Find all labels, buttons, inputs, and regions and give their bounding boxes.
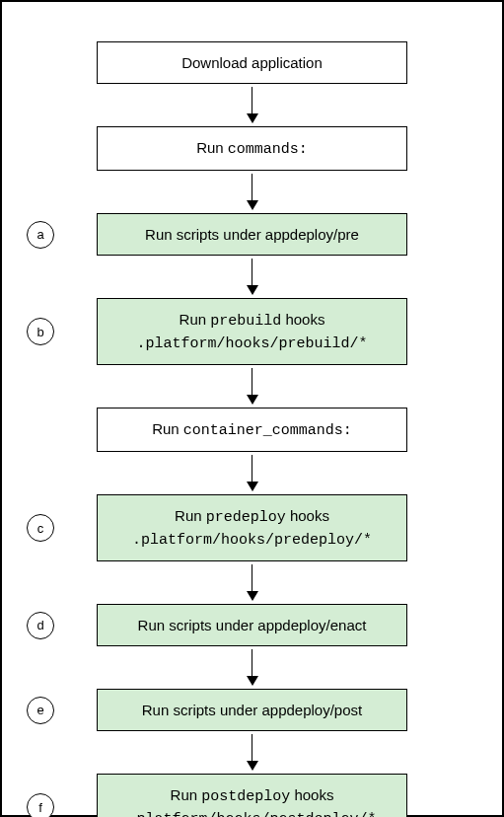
arrow-shaft	[252, 259, 253, 286]
flow-step: eRun scripts under appdeploy/post	[22, 689, 482, 731]
step-label-circle: a	[27, 221, 54, 249]
diagram-frame: Download applicationRun commands:aRun sc…	[0, 0, 504, 817]
step-line2: .platform/hooks/postdeploy/*	[109, 807, 395, 817]
arrow-head	[247, 200, 258, 210]
step-label-circle: c	[27, 514, 54, 542]
arrow-head	[247, 676, 258, 686]
step-box: Run container_commands:	[97, 408, 407, 452]
step-line1: Run scripts under appdeploy/enact	[109, 615, 395, 635]
step-line1-text: Run	[175, 507, 206, 524]
step-line1: Run scripts under appdeploy/pre	[109, 224, 395, 245]
step-box: Run predeploy hooks.platform/hooks/prede…	[97, 494, 407, 561]
step-line1-text: Run	[180, 311, 211, 328]
arrow-head	[247, 482, 258, 491]
arrow-shaft	[252, 734, 253, 762]
arrow-down-icon	[247, 87, 258, 123]
step-line1-mono: prebuild	[210, 313, 281, 330]
step-box: Run prebuild hooks.platform/hooks/prebui…	[97, 298, 407, 365]
step-line1-suffix: hooks	[286, 507, 329, 524]
arrow-down-icon	[247, 259, 258, 295]
step-line2-mono: .platform/hooks/postdeploy/*	[127, 811, 376, 817]
arrow-down-icon	[247, 455, 258, 491]
step-line1-suffix: hooks	[281, 311, 324, 328]
arrow-down-icon	[247, 564, 258, 601]
step-line1-mono: postdeploy	[201, 788, 290, 805]
arrow-down-icon	[247, 649, 258, 686]
arrow-shaft	[252, 87, 253, 114]
flow-step: fRun postdeploy hooks.platform/hooks/pos…	[22, 774, 482, 817]
step-box: Run scripts under appdeploy/post	[97, 689, 407, 731]
step-box: Download application	[97, 41, 407, 84]
arrow-shaft	[252, 174, 253, 201]
step-line1-text: Download application	[181, 54, 323, 71]
step-line1-text: Run scripts under appdeploy/enact	[138, 617, 367, 633]
step-line1-text: Run	[152, 420, 183, 437]
step-line1: Run postdeploy hooks	[109, 784, 395, 807]
step-label-circle: d	[27, 612, 54, 639]
step-line1: Run commands:	[109, 137, 395, 160]
arrow-head	[247, 113, 258, 123]
arrow-shaft	[252, 649, 253, 677]
step-line1-mono: commands:	[228, 141, 308, 158]
step-line1: Run predeploy hooks	[109, 505, 395, 528]
step-line1-text: Run	[171, 786, 202, 803]
arrow-down-icon	[247, 174, 258, 210]
step-box: Run scripts under appdeploy/pre	[97, 213, 407, 256]
arrow-shaft	[252, 368, 253, 396]
step-line1: Run scripts under appdeploy/post	[109, 700, 395, 720]
flow-step: cRun predeploy hooks.platform/hooks/pred…	[22, 494, 482, 561]
step-label-circle: b	[27, 318, 54, 345]
arrow-down-icon	[247, 368, 258, 405]
flow-step: Run commands:	[22, 126, 482, 171]
flow-step: Download application	[22, 41, 482, 84]
arrow-head	[247, 761, 258, 771]
flow-step: aRun scripts under appdeploy/pre	[22, 213, 482, 256]
flow-step: bRun prebuild hooks.platform/hooks/prebu…	[22, 298, 482, 365]
flow-step: Run container_commands:	[22, 408, 482, 452]
step-line1-text: Run	[196, 139, 228, 156]
step-label-circle: e	[27, 697, 54, 724]
step-line1-text: Run scripts under appdeploy/post	[142, 702, 362, 718]
step-line1-mono: predeploy	[206, 509, 286, 526]
step-box: Run commands:	[97, 126, 407, 171]
arrow-down-icon	[247, 734, 258, 771]
step-line1: Run prebuild hooks	[109, 309, 395, 332]
step-line2-mono: .platform/hooks/prebuild/*	[136, 335, 367, 352]
step-line1: Run container_commands:	[109, 418, 395, 441]
step-line2: .platform/hooks/predeploy/*	[109, 528, 395, 551]
arrow-shaft	[252, 564, 253, 592]
arrow-head	[247, 591, 258, 601]
step-line1-text: Run scripts under appdeploy/pre	[145, 226, 359, 243]
step-line1-suffix: hooks	[290, 786, 333, 803]
flow-step: dRun scripts under appdeploy/enact	[22, 604, 482, 646]
arrow-shaft	[252, 455, 253, 483]
flowchart: Download applicationRun commands:aRun sc…	[22, 41, 482, 817]
step-box: Run scripts under appdeploy/enact	[97, 604, 407, 646]
arrow-head	[247, 285, 258, 295]
step-label-circle: f	[27, 793, 54, 817]
step-line2-mono: .platform/hooks/predeploy/*	[132, 532, 372, 549]
step-line2: .platform/hooks/prebuild/*	[109, 332, 395, 354]
step-line1-mono: container_commands:	[183, 422, 352, 439]
arrow-head	[247, 395, 258, 405]
step-line1: Download application	[109, 52, 395, 73]
step-box: Run postdeploy hooks.platform/hooks/post…	[97, 774, 407, 817]
